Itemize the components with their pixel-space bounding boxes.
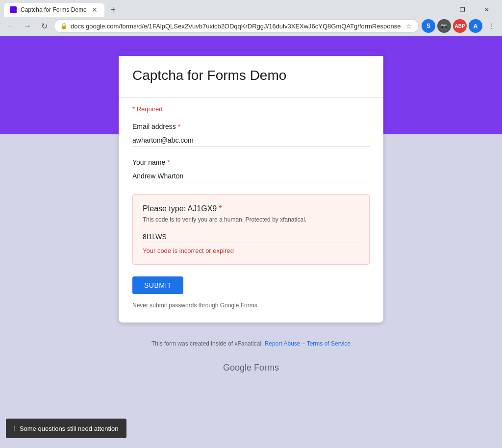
email-field-group: Email address * [132,123,370,147]
never-submit-notice: Never submit passwords through Google Fo… [132,302,370,309]
footer-text: This form was created inside of xFanatic… [151,340,263,347]
form-body: * Required Email address * Your name * [119,98,383,323]
forward-button[interactable]: → [21,19,34,33]
captcha-description: This code is to verify you are a human. … [143,216,359,223]
page-content: Captcha for Forms Demo * Required Email … [0,36,502,448]
address-bar-row: ← → ↻ 🔒 docs.google.com/forms/d/e/1FAlpQ… [0,17,502,36]
form-header: Captcha for Forms Demo [119,56,383,98]
back-button[interactable]: ← [4,19,18,33]
submit-button[interactable]: SUBMIT [132,276,183,294]
extension-a-button[interactable]: A [469,19,482,33]
close-button[interactable]: ✕ [476,3,498,17]
google-forms-branding: Google Forms [215,355,287,381]
toast-icon: ! [14,424,16,432]
extension-s-button[interactable]: S [422,19,435,33]
reload-button[interactable]: ↻ [37,19,51,33]
form-card: Captcha for Forms Demo * Required Email … [119,51,383,323]
tab-title: Captcha for Forms Demo [21,6,87,13]
minimize-button[interactable]: – [427,3,449,17]
extension-camera-button[interactable]: 📷 [437,19,451,33]
extension-abp-button[interactable]: ABP [453,19,467,33]
bookmark-icon[interactable]: ☆ [406,22,412,30]
toast-notification: ! Some questions still need attention [6,419,126,438]
name-required-asterisk: * [167,158,170,166]
browser-menu-button[interactable]: ⋮ [484,19,498,33]
browser-chrome: Captcha for Forms Demo ✕ + – ❐ ✕ ← → ↻ 🔒… [0,0,502,36]
browser-tab[interactable]: Captcha for Forms Demo ✕ [4,3,104,17]
tab-favicon [10,6,17,13]
captcha-prompt: Please type: AJ1GX9 * [143,204,359,213]
terms-of-service-link[interactable]: Terms of Service [307,340,351,347]
browser-actions: S 📷 ABP A ⋮ [422,19,498,33]
footer-separator-2: – [302,340,307,347]
email-label: Email address * [132,123,370,130]
report-abuse-link[interactable]: Report Abuse [265,340,301,347]
window-controls: – ❐ ✕ [427,3,498,17]
url-text: docs.google.com/forms/d/e/1FAlpQLSex2Vuv… [71,23,403,30]
captcha-input[interactable] [143,231,359,243]
address-bar[interactable]: 🔒 docs.google.com/forms/d/e/1FAlpQLSex2V… [54,19,419,33]
toast-message: Some questions still need attention [20,425,119,432]
new-tab-button[interactable]: + [106,3,120,17]
lock-icon: 🔒 [60,23,68,29]
name-label: Your name * [132,158,370,166]
name-input[interactable] [132,170,370,182]
captcha-error-message: Your code is incorrect or expired [143,247,359,254]
tab-close-button[interactable]: ✕ [91,6,99,14]
title-bar: Captcha for Forms Demo ✕ + – ❐ ✕ [0,0,502,17]
captcha-section: Please type: AJ1GX9 * This code is to ve… [132,194,370,265]
email-input[interactable] [132,134,370,147]
name-field-group: Your name * [132,158,370,182]
page-footer: This form was created inside of xFanatic… [144,332,358,355]
email-required-asterisk: * [178,123,180,130]
maximize-button[interactable]: ❐ [451,3,474,17]
captcha-required-asterisk: * [219,204,222,213]
form-title: Captcha for Forms Demo [132,68,370,83]
required-notice: * Required [132,105,370,113]
